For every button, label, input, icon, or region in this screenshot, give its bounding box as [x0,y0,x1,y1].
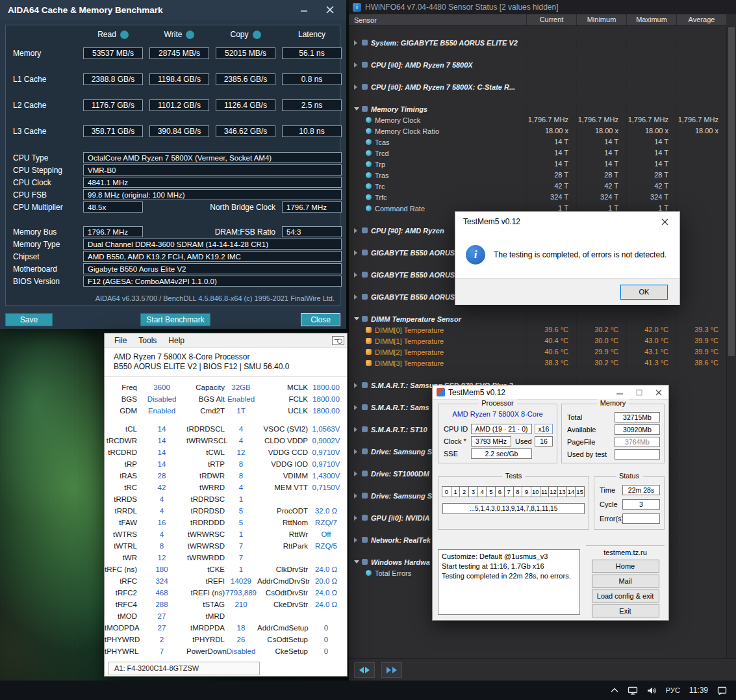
close-button[interactable] [649,385,668,400]
sensor-row[interactable]: Memory Clock Ratio 18.00 x 18.00 x 18.00… [349,125,726,136]
sensor-row[interactable]: DIMM[0] Temperature 39.6 °C 30.2 °C 42.0… [349,324,726,335]
website-link[interactable]: testmem.tz.ru [586,549,665,556]
sensor-row[interactable]: DIMM[3] Temperature 38.3 °C 30.2 °C 41.3… [349,357,726,369]
network-tray-icon[interactable] [628,686,638,695]
action-center-button[interactable] [717,686,727,695]
tm5-action-button[interactable]: Mail [592,575,659,588]
close-icon [326,6,334,14]
arrow-left-icon [359,667,364,673]
volume-tray-icon[interactable] [647,686,657,695]
dialog-titlebar[interactable]: TestMem5 v0.12 [455,212,679,231]
sensor-row[interactable]: Trc 42 T 42 T 42 T [349,181,726,192]
menu-item[interactable]: File [108,335,133,346]
minimize-button[interactable] [296,3,312,17]
expand-arrow-icon[interactable] [354,84,362,90]
value-minimum: 28 T [576,170,626,181]
info-icon[interactable] [253,31,261,39]
tm5-action-button[interactable]: Exit [592,604,659,617]
sensor-icon [366,194,372,200]
close-icon [661,218,668,226]
dialog-title: TestMem5 v0.12 [463,217,520,226]
value-average [676,203,726,214]
sensor-row[interactable]: CPU [#0]: AMD Ryzen 7 5800X [349,59,726,70]
value-current [526,81,576,92]
language-indicator[interactable]: РУС [666,686,680,694]
ok-button[interactable]: OK [620,285,668,300]
info-icon[interactable] [120,31,129,39]
expand-arrow-icon[interactable] [354,228,362,233]
sensor-row[interactable]: Memory Clock 1,796.7 MHz 1,796.7 MHz 1,7… [349,114,726,125]
menu-item[interactable]: Tools [133,335,162,346]
sensor-row[interactable]: DIMM Temperature Sensor [349,313,726,324]
info-icon[interactable] [186,31,194,39]
close-button[interactable] [322,3,338,17]
sensor-row[interactable]: Tcas 14 T 14 T 14 T [349,136,726,148]
expand-arrow-icon[interactable] [354,471,362,476]
sensor-row[interactable]: Trp 14 T 14 T 14 T [349,159,726,170]
expand-arrow-icon[interactable] [354,405,362,410]
menu-item[interactable]: Help [162,335,190,346]
timing-label: tWR [105,554,137,562]
timing-value: 5 [225,507,257,515]
scrollbar-thumb[interactable] [728,27,735,356]
start-benchmark-button[interactable]: Start Benchmark [140,313,210,326]
screenshot-icon[interactable] [332,336,344,345]
save-button[interactable]: Save [5,313,53,326]
aida64-titlebar[interactable]: AIDA64 Cache & Memory Benchmark [0,0,346,19]
expand-arrow-icon[interactable] [354,538,362,543]
column-header-minimum[interactable]: Minimum [576,14,626,25]
sensor-row[interactable]: Memory Timings [349,103,726,114]
close-window-button[interactable]: Close [301,313,340,326]
expand-arrow-icon[interactable] [354,107,362,110]
value-minimum [576,37,626,48]
sensor-row[interactable]: CPU [#0]: AMD Ryzen 7 5800X: C-State R..… [349,81,726,92]
expand-arrow-icon[interactable] [354,560,362,564]
hwinfo-titlebar[interactable]: HWiNFO64 v7.04-4480 Sensor Status [2 val… [349,0,736,14]
column-header-current[interactable]: Current [526,14,576,25]
expand-arrow-icon[interactable] [354,40,362,45]
expand-arrow-icon[interactable] [354,62,362,68]
tm5-action-button[interactable]: Home [592,560,659,573]
clock[interactable]: 11:39 [689,686,708,695]
sensor-row[interactable]: DIMM[2] Temperature 40.6 °C 29.9 °C 43.1… [349,346,726,357]
speaker-icon [647,686,657,695]
expand-arrow-icon[interactable] [354,383,362,388]
close-button[interactable] [650,212,679,231]
value-average [676,192,726,203]
swap-columns-button[interactable] [354,662,375,678]
column-header-sensor[interactable]: Sensor [349,16,526,24]
testmem5-titlebar[interactable]: TestMem5 v0.12 [433,385,668,400]
timing-label: RttNom [257,519,308,526]
timing-value: 1T [225,407,257,415]
show-hidden-icons-button[interactable] [611,688,618,693]
sensor-row[interactable]: Trfc 324 T 324 T 324 T [349,192,726,203]
minimize-button[interactable] [610,385,629,400]
expand-arrow-icon[interactable] [354,250,362,255]
vertical-scrollbar[interactable] [726,26,736,658]
sensor-row[interactable]: Trcd 14 T 14 T 14 T [349,148,726,159]
column-header-average[interactable]: Average [676,14,726,25]
sensor-icon [362,250,368,255]
expand-arrow-icon[interactable] [354,449,362,454]
timing-label: tRC [105,484,137,491]
column-header-maximum[interactable]: Maximum [626,14,676,25]
sse-speed-value: 2.2 sec/Gb [471,448,532,459]
memory-module-selector[interactable]: A1: F4-3200C14-8GTZSW [108,662,260,675]
scroll-values-button[interactable] [381,662,402,678]
sensor-row[interactable]: System: GIGABYTE B550 AORUS ELITE V2 [349,37,726,48]
sensor-row[interactable]: Tras 28 T 28 T 28 T [349,170,726,181]
sensor-icon [362,227,368,233]
expand-arrow-icon[interactable] [354,493,362,499]
sensor-row[interactable]: DIMM[1] Temperature 40.4 °C 30.0 °C 43.0… [349,335,726,346]
expand-arrow-icon[interactable] [354,317,362,320]
expand-arrow-icon[interactable] [354,294,362,300]
expand-arrow-icon[interactable] [354,515,362,521]
timing-label: Freq [105,383,137,391]
value-current: 39.6 °C [526,324,576,335]
expand-arrow-icon[interactable] [354,427,362,432]
sensor-label: CPU [#0]: AMD Ryzen 7 5800X [371,61,473,69]
tm5-action-button[interactable]: Load config & exit [592,590,659,603]
expand-arrow-icon[interactable] [354,272,362,278]
timing-label: FCLK [257,395,308,403]
timings-row: tRFC (ns) 180 tCKE 1 ClkDrvStr 24.0 Ω [105,564,347,575]
